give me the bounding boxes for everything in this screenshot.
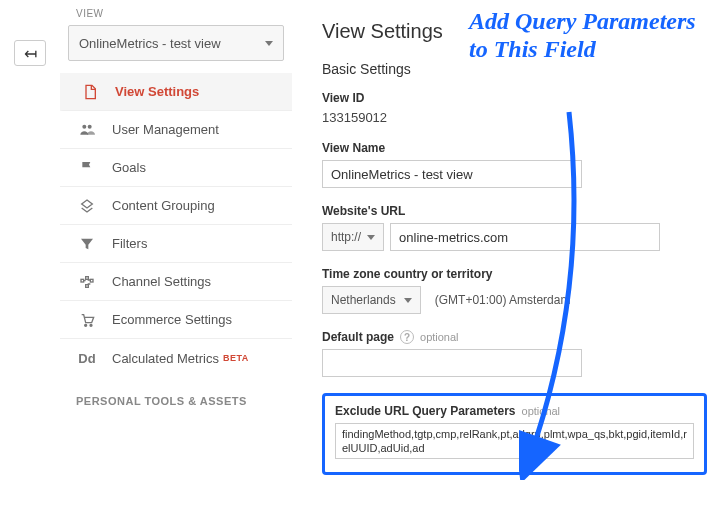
svg-point-1 xyxy=(88,124,92,128)
view-id-value: 133159012 xyxy=(322,110,707,125)
default-page-input[interactable] xyxy=(322,349,582,377)
nav-label: Content Grouping xyxy=(112,198,215,213)
section-subtitle: Basic Settings xyxy=(322,61,707,77)
svg-point-0 xyxy=(82,124,86,128)
nav-label: Ecommerce Settings xyxy=(112,312,232,327)
protocol-select[interactable]: http:// xyxy=(322,223,384,251)
nav-content-grouping[interactable]: Content Grouping xyxy=(60,187,292,225)
caret-down-icon xyxy=(265,41,273,46)
timezone-offset: (GMT+01:00) Amsterdam xyxy=(435,293,571,307)
nav-label: Goals xyxy=(112,160,146,175)
website-url-label: Website's URL xyxy=(322,204,707,218)
personal-tools-header: PERSONAL TOOLS & ASSETS xyxy=(60,377,292,407)
protocol-value: http:// xyxy=(331,230,361,244)
svg-rect-5 xyxy=(90,279,93,282)
view-selector[interactable]: OnlineMetrics - test view xyxy=(68,25,284,61)
document-icon xyxy=(79,84,101,100)
svg-point-7 xyxy=(90,324,92,326)
channel-icon xyxy=(76,274,98,290)
website-url-input[interactable] xyxy=(390,223,660,251)
beta-badge: BETA xyxy=(223,353,249,363)
flag-icon xyxy=(76,160,98,176)
nav-ecommerce-settings[interactable]: Ecommerce Settings xyxy=(60,301,292,339)
exclude-params-highlight: Exclude URL Query Parameters optional xyxy=(322,393,707,475)
nav-label: Calculated Metrics xyxy=(112,351,219,366)
nav-label: Filters xyxy=(112,236,147,251)
exclude-params-input[interactable] xyxy=(335,423,694,459)
nav-label: Channel Settings xyxy=(112,274,211,289)
view-name-input[interactable] xyxy=(322,160,582,188)
nav-calculated-metrics[interactable]: Dd Calculated Metrics BETA xyxy=(60,339,292,377)
view-section-label: VIEW xyxy=(60,8,292,25)
back-button[interactable]: ↤ xyxy=(14,40,46,66)
users-icon xyxy=(76,122,98,138)
svg-rect-2 xyxy=(81,279,84,282)
svg-point-6 xyxy=(85,324,87,326)
nav-label: User Management xyxy=(112,122,219,137)
view-name-label: View Name xyxy=(322,141,707,155)
nav-view-settings[interactable]: View Settings xyxy=(60,73,292,111)
timezone-label: Time zone country or territory xyxy=(322,267,707,281)
nav-label: View Settings xyxy=(115,84,199,99)
back-arrow-icon: ↤ xyxy=(24,44,37,63)
exclude-params-label: Exclude URL Query Parameters xyxy=(335,404,516,418)
page-title: View Settings xyxy=(322,20,707,43)
nav-user-management[interactable]: User Management xyxy=(60,111,292,149)
timezone-country-value: Netherlands xyxy=(331,293,396,307)
nav-filters[interactable]: Filters xyxy=(60,225,292,263)
filter-icon xyxy=(76,236,98,252)
nav-channel-settings[interactable]: Channel Settings xyxy=(60,263,292,301)
help-icon[interactable]: ? xyxy=(400,330,414,344)
cart-icon xyxy=(76,312,98,328)
timezone-country-select[interactable]: Netherlands xyxy=(322,286,421,314)
group-icon xyxy=(76,198,98,214)
view-id-label: View ID xyxy=(322,91,707,105)
nav-goals[interactable]: Goals xyxy=(60,149,292,187)
view-selector-label: OnlineMetrics - test view xyxy=(79,36,221,51)
caret-down-icon xyxy=(367,235,375,240)
optional-hint: optional xyxy=(522,405,561,417)
caret-down-icon xyxy=(404,298,412,303)
optional-hint: optional xyxy=(420,331,459,343)
default-page-label: Default page xyxy=(322,330,394,344)
calculated-icon: Dd xyxy=(76,351,98,366)
